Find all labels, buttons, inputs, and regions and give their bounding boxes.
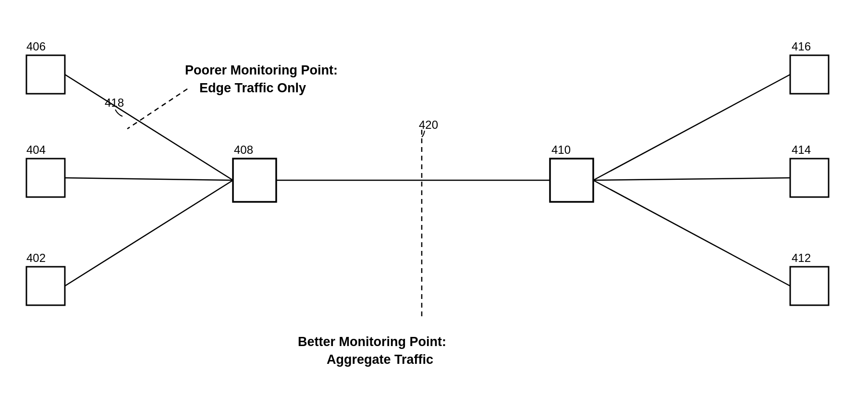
line-404-408 xyxy=(65,178,233,180)
node-408-box xyxy=(233,159,276,202)
label-406: 406 xyxy=(26,40,46,53)
node-412-box xyxy=(790,267,829,305)
label-416: 416 xyxy=(792,40,811,53)
better-monitoring-line1: Better Monitoring Point: xyxy=(298,335,446,349)
poorer-monitoring-line1: Poorer Monitoring Point: xyxy=(185,63,338,77)
dashed-line-418-pointer xyxy=(127,89,187,129)
line-402-408 xyxy=(65,180,233,286)
network-diagram-svg: 406 404 402 408 410 416 414 412 418 420 … xyxy=(0,0,868,397)
label-418: 418 xyxy=(105,96,124,109)
label-414: 414 xyxy=(792,143,811,156)
node-416-box xyxy=(790,55,829,94)
diagram-container: 406 404 402 408 410 416 414 412 418 420 … xyxy=(0,0,868,397)
label-412: 412 xyxy=(792,251,811,264)
better-monitoring-line2: Aggregate Traffic xyxy=(327,352,433,367)
line-410-412 xyxy=(593,180,790,286)
label-404: 404 xyxy=(26,143,46,156)
label-410: 410 xyxy=(551,143,571,156)
line-410-416 xyxy=(593,74,790,180)
node-402-box xyxy=(26,267,65,305)
label-402: 402 xyxy=(26,251,46,264)
label-420: 420 xyxy=(419,118,438,131)
node-410-box xyxy=(550,159,593,202)
line-410-414 xyxy=(593,178,790,180)
node-414-box xyxy=(790,159,829,197)
label-408: 408 xyxy=(234,143,253,156)
node-406-box xyxy=(26,55,65,94)
poorer-monitoring-line2: Edge Traffic Only xyxy=(199,81,306,95)
node-404-box xyxy=(26,159,65,197)
